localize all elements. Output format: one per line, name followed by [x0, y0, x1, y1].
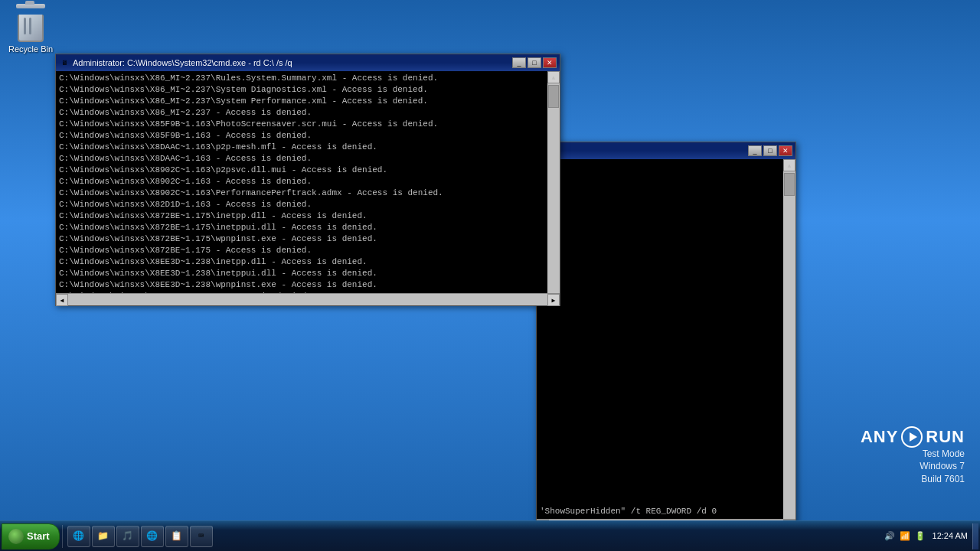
window-2-content: 'ShowSuperHidden" /t REG_DWORD /d 0: [540, 506, 717, 517]
taskbar[interactable]: Start 🌐 📁 🎵 🌐 📋 ⌨ 🔊 📶 🔋 12:24 AM: [0, 520, 980, 551]
taskbar-item-folder[interactable]: 📁: [92, 526, 115, 547]
taskbar-item-chrome[interactable]: 🌐: [141, 526, 164, 547]
window-1-scrollbar[interactable]: ▲: [547, 71, 560, 293]
cmd-line: C:\Windows\winsxs\X85F9B~1.163\PhotoScre…: [59, 119, 557, 130]
tray-battery-icon[interactable]: 🔋: [914, 530, 926, 543]
taskbar-item-cmd[interactable]: ⌨: [190, 526, 213, 547]
ie-icon: 🌐: [73, 530, 85, 543]
window-2-titlebar[interactable]: 🖥 _ □ ✕: [537, 142, 795, 159]
hscroll-track-2: [68, 294, 547, 305]
window-1-controls[interactable]: _ □ ✕: [512, 57, 557, 68]
window-2-scrollbar[interactable]: ▲: [783, 159, 795, 519]
tray-volume-icon[interactable]: 📶: [899, 530, 911, 543]
notepad-icon: 📋: [171, 530, 183, 543]
tray-network-icon[interactable]: 🔊: [884, 530, 896, 543]
folder-icon: 📁: [97, 530, 109, 543]
cmd-icon: ⌨: [195, 530, 207, 543]
start-label: Start: [27, 530, 50, 542]
cmd-line: C:\Windows\winsxs\X8EE3D~1.238\inetppui.…: [59, 268, 557, 279]
start-orb: [8, 529, 24, 544]
window-1-icon: 🖥: [59, 57, 70, 68]
cmd-line: C:\Windows\winsxs\X86_MI~2.237\System Pe…: [59, 96, 557, 107]
cmd-line: C:\Windows\winsxs\X8EE3D~1.238\wpnpinst.…: [59, 279, 557, 291]
cmd-window-1[interactable]: 🖥 Administrator: C:\Windows\System32\cmd…: [55, 54, 560, 306]
cmd-window-2[interactable]: 🖥 _ □ ✕ ▲ 'ShowSuperHidden" /t REG_DWORD…: [536, 142, 796, 532]
taskbar-tray[interactable]: 🔊 📶 🔋 12:24 AM: [879, 530, 972, 543]
start-button[interactable]: Start: [2, 523, 60, 549]
cmd-line: C:\Windows\winsxs\X82D1D~1.163 - Access …: [59, 199, 557, 210]
anyrun-logo-text-2: RUN: [926, 427, 965, 447]
tray-clock[interactable]: 12:24 AM: [933, 530, 968, 541]
chrome-icon: 🌐: [146, 530, 158, 543]
window-1-body: C:\Windows\winsxs\X86_MI~2.237\Rules.Sys…: [56, 71, 560, 293]
cmd-line: C:\Windows\winsxs\X86_MI~2.237\Rules.Sys…: [59, 73, 557, 84]
recycle-bin-icon[interactable]: Recycle Bin: [4, 4, 57, 56]
window-2-body: ▲ 'ShowSuperHidden" /t REG_DWORD /d 0: [537, 159, 795, 519]
cmd-output: C:\Windows\winsxs\X86_MI~2.237\Rules.Sys…: [59, 73, 557, 293]
scroll-up-2[interactable]: ▲: [547, 71, 560, 83]
window-1-hscrollbar[interactable]: ◀ ▶: [56, 293, 560, 305]
cmd-line: C:\Windows\winsxs\X872BE~1.175\inetpp.dl…: [59, 210, 557, 222]
cmd-line: C:\Windows\winsxs\X872BE~1.175 - Access …: [59, 245, 557, 256]
cmd-line: C:\Windows\winsxs\X86_MI~2.237 - Access …: [59, 107, 557, 119]
scroll-thumb[interactable]: [784, 173, 795, 196]
cmd-line: C:\Windows\winsxs\X8902C~1.163 - Access …: [59, 176, 557, 187]
media-icon: 🎵: [122, 530, 134, 543]
taskbar-item-media[interactable]: 🎵: [116, 526, 139, 547]
hscroll-left-2[interactable]: ◀: [56, 294, 68, 306]
window-1-maximize[interactable]: □: [528, 57, 541, 68]
cmd-line: C:\Windows\winsxs\X8DAAC~1.163\p2p-mesh.…: [59, 142, 557, 153]
window-1-close[interactable]: ✕: [543, 57, 557, 68]
anyrun-brand: ANY RUN: [861, 426, 965, 448]
scroll-thumb-2[interactable]: [548, 85, 559, 108]
window-2-controls[interactable]: _ □ ✕: [748, 145, 792, 156]
cmd-line: C:\Windows\winsxs\X872BE~1.175\wpnpinst.…: [59, 233, 557, 245]
cmd-line: C:\Windows\winsxs\X8902C~1.163\Performan…: [59, 187, 557, 199]
taskbar-divider: [62, 525, 63, 548]
cmd-line: C:\Windows\winsxs\X85F9B~1.163 - Access …: [59, 130, 557, 142]
cmd-line: C:\Windows\winsxs\X8DAAC~1.163 - Access …: [59, 153, 557, 165]
cmd-line: C:\Windows\winsxs\X8EE3D~1.238 - Access …: [59, 291, 557, 293]
window-1-titlebar[interactable]: 🖥 Administrator: C:\Windows\System32\cmd…: [56, 54, 560, 71]
anyrun-logo-text: ANY: [861, 427, 898, 447]
window-2-minimize[interactable]: _: [748, 145, 762, 156]
anyrun-play-icon: [901, 426, 923, 448]
hscroll-right-2[interactable]: ▶: [547, 294, 560, 306]
cmd-line: C:\Windows\winsxs\X872BE~1.175\inetppui.…: [59, 222, 557, 233]
taskbar-item-ie[interactable]: 🌐: [67, 526, 90, 547]
show-desktop-button[interactable]: [972, 523, 978, 549]
scroll-up-arrow[interactable]: ▲: [783, 159, 795, 171]
anyrun-watermark: ANY RUN Test Mode Windows 7 Build 7601: [861, 426, 965, 486]
desktop: Recycle Bin 🖥 _ □ ✕ ▲ 'ShowSuperHidden" …: [0, 0, 980, 520]
window-2-maximize[interactable]: □: [763, 145, 777, 156]
recycle-bin-graphic: [15, 4, 46, 41]
cmd-line: C:\Windows\winsxs\X8902C~1.163\p2psvc.dl…: [59, 165, 557, 176]
cmd-line: C:\Windows\winsxs\X8EE3D~1.238\inetpp.dl…: [59, 256, 557, 268]
taskbar-items[interactable]: 🌐 📁 🎵 🌐 📋 ⌨: [65, 521, 879, 551]
anyrun-version-info: Test Mode Windows 7 Build 7601: [920, 448, 965, 486]
window-2-close[interactable]: ✕: [779, 145, 792, 156]
window-1-minimize[interactable]: _: [512, 57, 526, 68]
taskbar-item-notepad[interactable]: 📋: [165, 526, 188, 547]
window-1-title: Administrator: C:\Windows\System32\cmd.e…: [73, 58, 512, 67]
recycle-bin-label: Recycle Bin: [8, 44, 53, 54]
cmd-line: C:\Windows\winsxs\X86_MI~2.237\System Di…: [59, 84, 557, 96]
